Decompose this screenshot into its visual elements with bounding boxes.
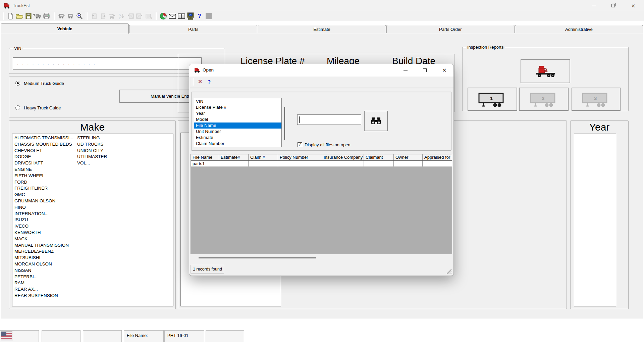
search-input[interactable] [297,114,361,125]
medium-truck-guide-radio[interactable] [15,81,20,86]
column-header[interactable]: Policy Number [278,154,322,160]
tab-vehicle[interactable]: Vehicle [1,23,129,34]
make-item[interactable]: FIFTH WHEEL [14,173,73,179]
stop-icon[interactable] [204,12,213,20]
tab-parts[interactable]: Parts [129,25,257,34]
save-file-icon[interactable] [24,12,33,20]
column-header[interactable]: Claimant [364,154,394,160]
print-icon[interactable] [42,12,51,20]
column-header[interactable]: Estimate# [219,154,249,160]
make-item[interactable]: KENWORTH [14,230,73,236]
search-field-option[interactable]: Unit Number [194,129,281,135]
tab-estimate[interactable]: Estimate [258,25,386,34]
restore-button[interactable] [605,0,621,11]
make-item[interactable]: GRUMMAN OLSON [14,198,73,204]
make-item[interactable]: REAR AX... [14,286,73,293]
new-file-icon[interactable] [6,12,15,20]
make-item[interactable]: PETERBI... [14,274,73,280]
vin-input[interactable]: . . . . . . . . . . . . . . . . [13,57,202,70]
make-item[interactable]: MERCEDES-BENZ [14,248,73,255]
help-icon[interactable]: ? [195,12,204,20]
search-field-listbox[interactable]: VIN License Plate # Year Model File Name… [194,98,282,147]
search-field-option[interactable]: Claim Number [194,141,281,147]
close-button[interactable]: ✕ [626,0,641,11]
make-item[interactable]: MANUAL TRANSMISSION [14,242,73,249]
make-item[interactable]: UNION CITY [77,148,107,154]
trailer-3-inspection-button[interactable]: 3 [572,88,621,111]
policy-cell[interactable] [278,161,322,166]
heavy-truck-guide-radio[interactable] [15,105,20,110]
search-field-option[interactable]: Model [194,116,281,123]
claim-cell[interactable] [249,161,278,166]
tab-parts-order[interactable]: Parts Order [386,25,515,34]
resize-grip[interactable] [447,269,451,274]
appraised-cell[interactable] [423,161,452,166]
make-item[interactable]: CHEVROLET [14,148,73,154]
make-item[interactable]: REAR SUSPENSION [14,293,73,299]
search-field-option[interactable]: VIN [194,98,281,104]
make-item[interactable]: FREIGHTLINER [14,185,73,192]
make-item[interactable]: GMC [14,192,73,198]
make-item[interactable]: ENGINE [14,166,73,173]
field-list-scrollbar[interactable] [282,98,287,147]
file-row[interactable]: parts1 [191,161,452,167]
dialog-maximize-button[interactable] [417,64,432,77]
make-item[interactable]: VOL... [77,160,107,166]
search-field-option-selected[interactable]: File Name [194,123,281,129]
make-item[interactable]: RAM [14,280,73,286]
find-button[interactable] [364,111,388,131]
make-item[interactable]: IVECO [14,223,73,230]
make-listbox[interactable]: AUTOMATIC TRANSMISSI...CHASSIS MOUNTED B… [12,134,173,306]
make-item[interactable]: HINO [14,204,73,211]
trailer-1-inspection-button[interactable]: 1 [468,88,517,111]
dialog-minimize-button[interactable] [398,64,413,77]
minimize-button[interactable] [586,0,602,11]
search-field-option[interactable]: Estimate [194,135,281,141]
tab-administrative[interactable]: Administrative [515,25,643,34]
toolbar-handle[interactable] [2,12,4,20]
dialog-help-icon[interactable]: ? [205,78,214,86]
make-item[interactable]: UD TRUCKS [77,141,107,148]
display-all-files-checkbox[interactable] [298,142,302,147]
zoom-icon[interactable] [75,12,84,20]
email-icon[interactable] [168,12,177,20]
make-item[interactable]: FORD [14,179,73,186]
column-header[interactable]: Insurance Company [322,154,364,160]
file-name-cell[interactable]: parts1 [191,161,219,166]
make-item[interactable]: DRIVESHAFT [14,160,73,166]
cancel-icon[interactable]: ✕ [196,78,205,86]
search-field-option[interactable]: License Plate # [194,104,281,110]
make-item[interactable]: AUTOMATIC TRANSMISSI... [14,135,73,141]
owner-cell[interactable] [394,161,423,166]
column-header[interactable]: File Name [191,154,219,160]
search-field-option[interactable]: Year [194,110,281,116]
make-item[interactable]: NISSAN [14,267,73,274]
compare-trucks-icon[interactable] [57,12,66,20]
column-header[interactable]: Claim # [249,154,278,160]
files-table-hscrollbar[interactable] [191,255,452,260]
cd-rom-icon[interactable] [159,12,168,20]
trailer-2-inspection-button[interactable]: 2 [519,88,569,111]
tractor-inspection-button[interactable] [521,59,570,83]
dialog-close-button[interactable]: ✕ [437,64,452,77]
make-item[interactable]: STERLING [77,135,107,141]
make-item[interactable]: MITSUBISHI [14,255,73,261]
make-item[interactable]: ISUZU [14,217,73,223]
year-listbox[interactable] [574,134,616,306]
insurance-cell[interactable] [322,161,364,166]
open-file-icon[interactable] [15,12,24,20]
column-header[interactable]: Appraised for [423,154,452,160]
scrollbar-thumb[interactable] [284,107,285,140]
claimant-cell[interactable] [364,161,394,166]
view-truck-icon[interactable] [66,12,75,20]
scrollbar-thumb[interactable] [199,257,316,258]
make-item[interactable]: MORGAN OLSON [14,261,73,267]
make-item[interactable]: UTILIMASTER [77,154,107,160]
toolbar-handle[interactable] [192,78,194,86]
make-item[interactable]: DODGE [14,154,73,160]
add-vehicle-icon[interactable] [33,12,42,20]
estimate-cell[interactable] [219,161,249,166]
make-item[interactable]: CHASSIS MOUNTED BEDS [14,141,73,148]
parts-catalog-icon[interactable] [177,12,186,20]
column-header[interactable]: Owner [394,154,423,160]
